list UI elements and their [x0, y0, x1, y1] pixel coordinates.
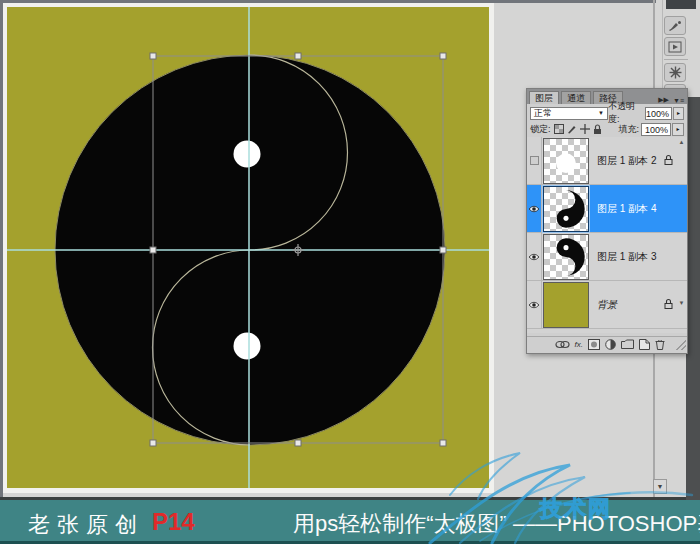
lock-fill-row: 锁定: 填充: 100% ▸	[527, 121, 687, 137]
layer-name[interactable]: 图层 1 副本 2	[597, 154, 656, 168]
blend-dropdown-arrow-icon[interactable]: ▼	[598, 110, 604, 116]
handle-top-center[interactable]	[295, 53, 301, 59]
layer-row-copy2[interactable]: 图层 1 副本 2	[527, 137, 687, 185]
layers-panel-footer: fx.	[527, 336, 687, 351]
taiji-lower-dot[interactable]	[234, 333, 261, 360]
handle-mid-left[interactable]	[150, 247, 156, 253]
visibility-toggle[interactable]	[527, 281, 542, 329]
lock-position-icon[interactable]	[580, 124, 590, 134]
eye-icon[interactable]	[528, 205, 540, 213]
new-layer-icon[interactable]	[639, 339, 650, 350]
layer-name[interactable]: 图层 1 副本 4	[597, 202, 656, 216]
fill-label: 填充:	[618, 123, 639, 136]
handle-top-right[interactable]	[440, 53, 446, 59]
handle-mid-right[interactable]	[440, 247, 446, 253]
scroll-up-icon[interactable]: ▲	[677, 138, 686, 147]
layer-row-copy3[interactable]: 图层 1 副本 3	[527, 233, 687, 281]
bottom-info-bar: 老张原创 P14 用ps轻松制作“太极图” ——PHOTOSHOP基础应用	[0, 500, 700, 544]
layers-panel: 图层 通道 路径 ▶▶ ▼≡ 正常 ▼ 不透明度: 100% ▸ 锁定: 填充:…	[526, 88, 688, 354]
adjustment-layer-icon[interactable]	[605, 339, 616, 350]
tab-layers[interactable]: 图层	[529, 91, 559, 104]
blend-mode-value: 正常	[534, 107, 552, 120]
layer-style-icon[interactable]: fx.	[575, 340, 583, 349]
taiji-upper-dot[interactable]	[234, 141, 261, 168]
brush-panel-icon[interactable]	[664, 16, 686, 35]
layer-row-background[interactable]: 背景	[527, 281, 687, 329]
layer-thumbnail-white-dot[interactable]	[543, 138, 589, 184]
panel-resize-grip[interactable]	[676, 340, 686, 350]
fill-spinner-icon[interactable]: ▸	[672, 123, 684, 136]
layer-lock-icon	[664, 298, 673, 311]
blend-mode-select[interactable]: 正常 ▼	[530, 107, 608, 120]
layer-lock-icon	[664, 154, 673, 167]
handle-top-left[interactable]	[150, 53, 156, 59]
panel-tabbar: 图层 通道 路径 ▶▶ ▼≡	[527, 89, 687, 104]
delete-layer-icon[interactable]	[655, 339, 665, 350]
visibility-empty-checkbox[interactable]	[530, 156, 539, 165]
handle-bottom-center[interactable]	[295, 440, 301, 446]
tab-channels[interactable]: 通道	[561, 91, 591, 104]
handle-bottom-left[interactable]	[150, 440, 156, 446]
visibility-toggle[interactable]	[527, 137, 542, 185]
visibility-toggle[interactable]	[527, 185, 542, 233]
page-number: P14	[152, 508, 195, 536]
fill-input[interactable]: 100%	[641, 123, 671, 136]
scroll-down-icon[interactable]: ▼	[677, 299, 686, 308]
styles-panel-icon[interactable]	[664, 63, 686, 82]
layer-list-scrollbar[interactable]: ▲ ▼	[677, 138, 686, 332]
visibility-toggle[interactable]	[527, 233, 542, 281]
layer-name[interactable]: 图层 1 副本 3	[597, 250, 656, 264]
link-layers-icon[interactable]	[555, 340, 570, 349]
comps-panel-icon[interactable]	[664, 37, 686, 56]
opacity-spinner-icon[interactable]: ▸	[673, 107, 684, 120]
add-mask-icon[interactable]	[588, 339, 600, 350]
layer-list: 图层 1 副本 2 图层 1 副本 4	[527, 137, 687, 333]
layer-thumbnail-taiji-comma[interactable]	[543, 186, 589, 232]
eye-icon[interactable]	[528, 253, 540, 261]
lock-pixels-icon[interactable]	[567, 124, 577, 134]
lock-all-icon[interactable]	[593, 124, 602, 135]
handle-bottom-right[interactable]	[440, 440, 446, 446]
collapse-panel-icon[interactable]: ▶▶	[658, 96, 669, 104]
author-credit: 老张原创	[28, 510, 144, 540]
tutorial-title: 用ps轻松制作“太极图” ——PHOTOSHOP基础应用	[293, 509, 700, 539]
opacity-input[interactable]: 100%	[645, 107, 672, 120]
layer-thumbnail-background[interactable]	[543, 282, 589, 328]
layer-row-copy4[interactable]: 图层 1 副本 4	[527, 185, 687, 233]
lock-label: 锁定:	[530, 123, 551, 136]
layer-thumbnail-taiji-comma-flipped[interactable]	[543, 234, 589, 280]
layer-name[interactable]: 背景	[597, 298, 617, 312]
dock-divider	[664, 59, 688, 60]
lock-transparency-icon[interactable]	[554, 124, 564, 134]
blend-opacity-row: 正常 ▼ 不透明度: 100% ▸	[527, 105, 687, 121]
eye-icon[interactable]	[528, 301, 540, 309]
new-group-icon[interactable]	[621, 339, 634, 349]
panel-menu-icon[interactable]: ▼≡	[673, 97, 684, 104]
